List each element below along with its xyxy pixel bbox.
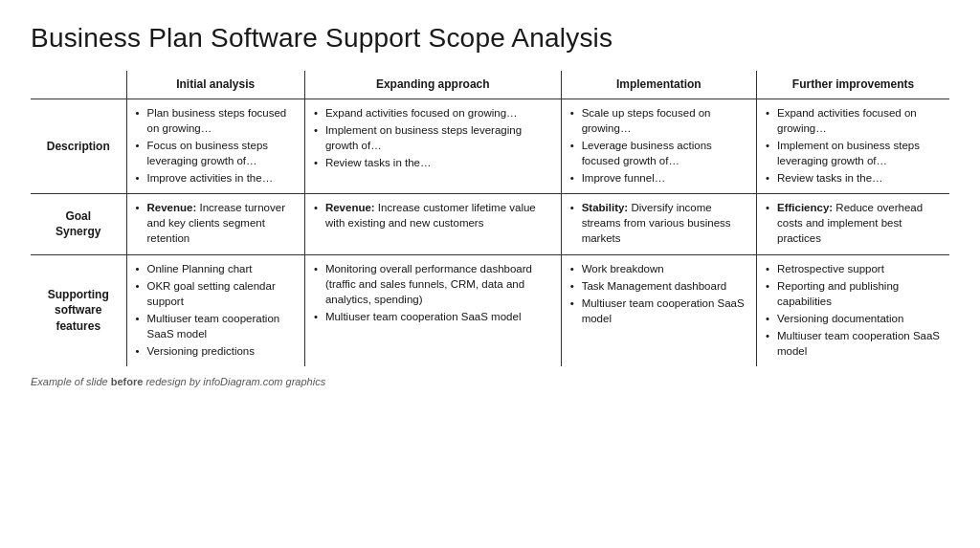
row-header-description: Description: [31, 99, 126, 193]
cell-description-expanding: Expand activities focused on growing… Im…: [304, 99, 561, 193]
cell-goal-expanding: Revenue: Increase customer lifetime valu…: [304, 194, 561, 254]
cell-supporting-implementation: Work breakdown Task Management dashboard…: [561, 254, 756, 366]
cell-supporting-further: Retrospective support Reporting and publ…: [756, 254, 949, 366]
header-implementation: Implementation: [561, 71, 756, 99]
table-row: GoalSynergy Revenue: Increase turnover a…: [31, 194, 949, 254]
header-further: Further improvements: [756, 71, 949, 99]
cell-supporting-expanding: Monitoring overall performance dashboard…: [304, 254, 561, 366]
cell-description-initial: Plan business steps focused on growing… …: [126, 99, 304, 193]
cell-description-further: Expand activities focused on growing… Im…: [756, 99, 949, 193]
row-header-goal: GoalSynergy: [31, 194, 126, 254]
table-wrapper: Initial analysis Expanding approach Impl…: [31, 71, 949, 366]
header-empty: [31, 71, 126, 99]
row-header-supporting: Supportingsoftwarefeatures: [31, 254, 126, 366]
header-expanding: Expanding approach: [304, 71, 561, 99]
main-table: Initial analysis Expanding approach Impl…: [31, 71, 949, 366]
header-initial: Initial analysis: [126, 71, 304, 99]
table-row: Supportingsoftwarefeatures Online Planni…: [31, 254, 949, 366]
cell-supporting-initial: Online Planning chart OKR goal setting c…: [126, 254, 304, 366]
page-title: Business Plan Software Support Scope Ana…: [31, 23, 949, 54]
header-row: Initial analysis Expanding approach Impl…: [31, 71, 949, 99]
cell-description-implementation: Scale up steps focused on growing… Lever…: [561, 99, 756, 193]
cell-goal-further: Efficiency: Reduce overhead costs and im…: [756, 194, 949, 254]
footer-note: Example of slide before redesign by info…: [31, 376, 949, 387]
cell-goal-implementation: Stability: Diversify income streams from…: [561, 194, 756, 254]
cell-goal-initial: Revenue: Increase turnover and key clien…: [126, 194, 304, 254]
table-row: Description Plan business steps focused …: [31, 99, 949, 193]
